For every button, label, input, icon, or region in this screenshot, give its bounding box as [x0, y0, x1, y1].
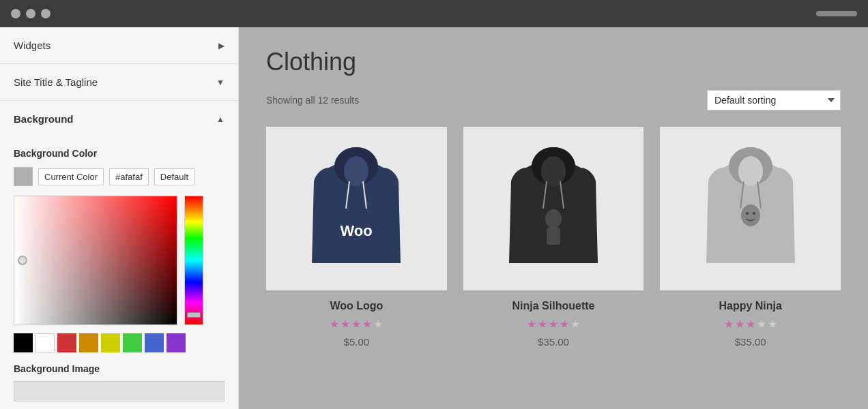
page-title: Clothing	[266, 48, 841, 76]
star-3: ★	[351, 318, 361, 331]
color-default-button[interactable]: Default	[154, 168, 194, 185]
product-image-happy-ninja	[703, 140, 798, 277]
product-price-happy-ninja: $35.00	[660, 336, 841, 348]
product-card-happy-ninja: Happy Ninja ★ ★ ★ ★ ★ $35.00	[660, 127, 841, 354]
product-image-wrap-happy-ninja[interactable]	[660, 127, 841, 290]
svg-point-16	[746, 212, 749, 215]
product-stars-happy-ninja: ★ ★ ★ ★ ★	[660, 318, 841, 331]
app-body: Widgets ▶ Site Title & Tagline ▼ Backgro…	[0, 27, 868, 409]
swatch-green[interactable]	[123, 333, 142, 352]
star-1: ★	[724, 318, 734, 331]
svg-point-12	[738, 156, 763, 186]
sidebar-item-site-title[interactable]: Site Title & Tagline ▼	[0, 64, 238, 101]
maximize-button[interactable]	[41, 9, 50, 18]
star-3: ★	[549, 318, 558, 331]
product-card-ninja-silhouette: Ninja Silhouette ★ ★ ★ ★ ★ $35.00	[463, 127, 644, 354]
current-color-button[interactable]: Current Color	[38, 168, 104, 185]
product-name-happy-ninja: Happy Ninja	[660, 300, 841, 312]
product-card-woo-logo: Woo Woo Logo ★ ★ ★ ★ ★ $5.00	[266, 127, 447, 354]
gradient-handle[interactable]	[18, 256, 27, 265]
star-2: ★	[735, 318, 744, 331]
sidebar-section-background-arrow: ▲	[216, 115, 225, 124]
bg-color-controls: Current Color #afafaf Default	[14, 167, 225, 186]
title-bar	[0, 0, 868, 27]
product-grid: Woo Woo Logo ★ ★ ★ ★ ★ $5.00	[266, 127, 841, 354]
main-content: Clothing Showing all 12 results Default …	[239, 27, 868, 409]
product-price-ninja-silhouette: $35.00	[463, 336, 644, 348]
svg-point-6	[541, 156, 566, 186]
star-3: ★	[746, 318, 755, 331]
sidebar-section-background: Background ▲ Background Color Current Co…	[0, 101, 238, 409]
star-4: ★	[560, 318, 569, 331]
product-stars-ninja-silhouette: ★ ★ ★ ★ ★	[463, 318, 644, 331]
hue-slider[interactable]	[184, 196, 203, 325]
swatch-purple[interactable]	[167, 333, 186, 352]
svg-text:Woo: Woo	[341, 222, 373, 239]
star-2: ★	[341, 318, 350, 331]
color-picker	[14, 196, 225, 325]
color-gradient-picker[interactable]	[14, 196, 177, 325]
title-bar-scrollbar	[816, 11, 857, 16]
sidebar-item-widgets[interactable]: Widgets ▶	[0, 27, 238, 64]
bg-image-title: Background Image	[14, 363, 225, 374]
svg-rect-10	[547, 228, 560, 245]
star-4: ★	[757, 318, 766, 331]
product-image-woo-logo: Woo	[308, 140, 404, 277]
swatch-white[interactable]	[35, 333, 55, 352]
product-image-wrap-woo-logo[interactable]: Woo	[266, 127, 447, 290]
swatch-orange[interactable]	[79, 333, 98, 352]
star-4: ★	[362, 318, 372, 331]
svg-point-9	[545, 209, 562, 228]
star-1: ★	[527, 318, 536, 331]
background-section-content: Background Color Current Color #afafaf D…	[0, 137, 238, 409]
svg-point-1	[344, 156, 368, 186]
sidebar-item-widgets-arrow: ▶	[218, 41, 225, 50]
minimize-button[interactable]	[26, 9, 35, 18]
window-controls	[11, 9, 50, 18]
product-image-ninja-silhouette	[506, 140, 601, 277]
star-5: ★	[373, 318, 383, 331]
star-2: ★	[538, 318, 547, 331]
product-name-ninja-silhouette: Ninja Silhouette	[463, 300, 644, 312]
swatch-yellow[interactable]	[101, 333, 120, 352]
svg-point-15	[741, 204, 760, 226]
swatch-red[interactable]	[57, 333, 76, 352]
results-bar: Showing all 12 results Default sorting S…	[266, 90, 841, 110]
product-image-wrap-ninja-silhouette[interactable]	[463, 127, 644, 290]
product-price-woo-logo: $5.00	[266, 336, 447, 348]
sidebar-item-site-title-arrow: ▼	[216, 78, 225, 87]
color-swatches	[14, 333, 225, 352]
bg-image-preview[interactable]	[14, 381, 225, 402]
swatch-blue[interactable]	[145, 333, 164, 352]
close-button[interactable]	[11, 9, 20, 18]
sidebar: Widgets ▶ Site Title & Tagline ▼ Backgro…	[0, 27, 239, 409]
bg-color-title: Background Color	[14, 148, 225, 159]
star-1: ★	[330, 318, 339, 331]
sidebar-item-widgets-label: Widgets	[14, 40, 50, 51]
current-color-swatch[interactable]	[14, 167, 33, 186]
sidebar-section-background-title: Background	[14, 113, 74, 125]
sort-select[interactable]: Default sorting Sort by popularity Sort …	[707, 90, 841, 110]
results-text: Showing all 12 results	[266, 95, 359, 106]
sidebar-item-site-title-label: Site Title & Tagline	[14, 76, 98, 88]
swatch-black[interactable]	[14, 333, 33, 352]
hue-handle[interactable]	[187, 312, 201, 318]
sidebar-section-background-header[interactable]: Background ▲	[0, 101, 238, 137]
product-stars-woo-logo: ★ ★ ★ ★ ★	[266, 318, 447, 331]
star-5: ★	[570, 318, 580, 331]
color-hex-button[interactable]: #afafaf	[109, 168, 149, 185]
star-5: ★	[768, 318, 777, 331]
svg-point-17	[753, 212, 755, 215]
product-name-woo-logo: Woo Logo	[266, 300, 447, 312]
